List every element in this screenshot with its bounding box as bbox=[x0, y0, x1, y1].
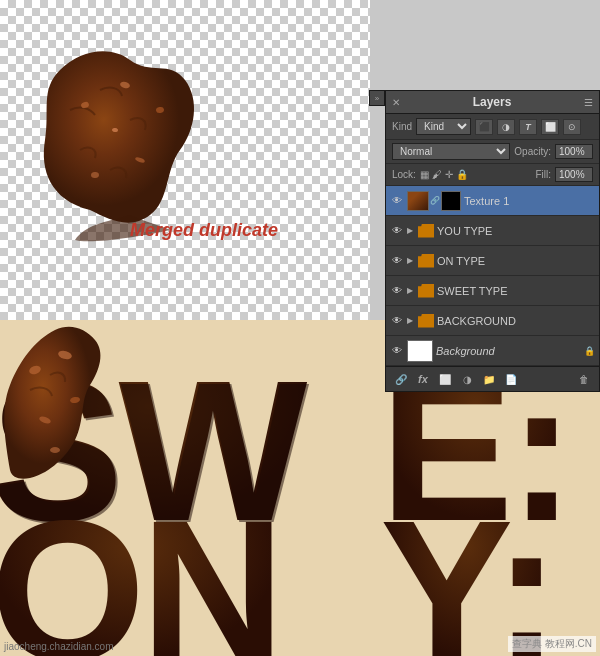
folder-arrow-sweet-type[interactable]: ▶ bbox=[407, 286, 413, 295]
layer-row-background[interactable]: 👁 Background 🔒 bbox=[386, 336, 599, 366]
eye-icon-texture1[interactable]: 👁 bbox=[390, 194, 404, 208]
folder-arrow-on-type[interactable]: ▶ bbox=[407, 256, 413, 265]
lock-label: Lock: bbox=[392, 169, 416, 180]
layer-name-background: Background bbox=[436, 345, 581, 357]
panel-collapse-area: » bbox=[369, 90, 385, 106]
opacity-input[interactable] bbox=[555, 144, 593, 159]
close-panel-icon[interactable]: ✕ bbox=[392, 97, 400, 108]
lock-all-icon[interactable]: 🔒 bbox=[456, 169, 468, 180]
layer-name-background-group: BACKGROUND bbox=[437, 315, 595, 327]
bottom-label: jiaocheng.chazidian.com bbox=[4, 641, 114, 652]
folder-arrow-background[interactable]: ▶ bbox=[407, 316, 413, 325]
panel-collapse-icon[interactable]: » bbox=[372, 93, 382, 103]
folder-icon-you-type bbox=[418, 224, 434, 238]
fill-input[interactable] bbox=[555, 167, 593, 182]
adjustment-filter-icon[interactable]: ◑ bbox=[497, 119, 515, 135]
eye-icon-sweet-type[interactable]: 👁 bbox=[390, 284, 404, 298]
shape-filter-icon[interactable]: ⬜ bbox=[541, 119, 559, 135]
panel-header-left-icons: ✕ bbox=[392, 97, 400, 108]
eye-icon-background-group[interactable]: 👁 bbox=[390, 314, 404, 328]
background-thumb bbox=[407, 340, 433, 362]
new-layer-footer-icon[interactable]: 📄 bbox=[502, 371, 520, 387]
fill-label: Fill: bbox=[535, 169, 551, 180]
lock-move-icon[interactable]: ✛ bbox=[445, 169, 453, 180]
eye-icon-on-type[interactable]: 👁 bbox=[390, 254, 404, 268]
lock-icons: ▦ 🖌 ✛ 🔒 bbox=[420, 169, 468, 180]
layer-row-you-type[interactable]: 👁 ▶ YOU TYPE bbox=[386, 216, 599, 246]
text-filter-icon[interactable]: T bbox=[519, 119, 537, 135]
panel-menu-icon[interactable]: ☰ bbox=[584, 97, 593, 108]
layer-name-you-type: YOU TYPE bbox=[437, 225, 595, 237]
layer-row-background-group[interactable]: 👁 ▶ BACKGROUND bbox=[386, 306, 599, 336]
lock-paint-icon[interactable]: 🖌 bbox=[432, 169, 442, 180]
panel-header: ✕ Layers ☰ bbox=[386, 91, 599, 114]
canvas-area: Merged duplicate SW SW ON bbox=[0, 0, 600, 656]
panel-header-right-icons: ☰ bbox=[584, 97, 593, 108]
layers-panel: ✕ Layers ☰ Kind Kind ⬛ ◑ T ⬜ ⊙ Norma bbox=[385, 90, 600, 392]
fx-footer-icon[interactable]: fx bbox=[414, 371, 432, 387]
panel-title: Layers bbox=[473, 95, 512, 109]
mask-footer-icon[interactable]: ⬜ bbox=[436, 371, 454, 387]
merged-duplicate-label: Merged duplicate bbox=[130, 220, 278, 241]
kind-select[interactable]: Kind bbox=[416, 118, 471, 135]
link-footer-icon[interactable]: 🔗 bbox=[392, 371, 410, 387]
folder-footer-icon[interactable]: 📁 bbox=[480, 371, 498, 387]
pixel-filter-icon[interactable]: ⬛ bbox=[475, 119, 493, 135]
folder-icon-background bbox=[418, 314, 434, 328]
svg-point-15 bbox=[50, 447, 60, 453]
lock-transparency-icon[interactable]: ▦ bbox=[420, 169, 429, 180]
watermark: 查字典 教程网.CN bbox=[508, 636, 596, 652]
blend-row: Normal Multiply Screen Opacity: bbox=[386, 140, 599, 164]
eye-icon-background[interactable]: 👁 bbox=[390, 344, 404, 358]
smart-filter-icon[interactable]: ⊙ bbox=[563, 119, 581, 135]
panel-footer: 🔗 fx ⬜ ◑ 📁 📄 🗑 bbox=[386, 366, 599, 391]
chain-icon: 🔗 bbox=[430, 196, 440, 205]
canvas-top: Merged duplicate bbox=[0, 0, 370, 320]
adjustment-footer-icon[interactable]: ◑ bbox=[458, 371, 476, 387]
layer-row-on-type[interactable]: 👁 ▶ ON TYPE bbox=[386, 246, 599, 276]
layers-list: 👁 🔗 Texture 1 👁 ▶ YOU TYPE 👁 ▶ bbox=[386, 186, 599, 366]
kind-label: Kind bbox=[392, 121, 412, 132]
layer-row-texture1[interactable]: 👁 🔗 Texture 1 bbox=[386, 186, 599, 216]
layer-name-sweet-type: SWEET TYPE bbox=[437, 285, 595, 297]
layer-name-texture1: Texture 1 bbox=[464, 195, 595, 207]
lock-icon-background: 🔒 bbox=[584, 346, 595, 356]
layer-row-sweet-type[interactable]: 👁 ▶ SWEET TYPE bbox=[386, 276, 599, 306]
svg-text:Y:: Y: bbox=[380, 479, 555, 656]
texture1-thumb: 🔗 bbox=[407, 191, 461, 211]
folder-icon-on-type bbox=[418, 254, 434, 268]
eye-icon-you-type[interactable]: 👁 bbox=[390, 224, 404, 238]
folder-icon-sweet-type bbox=[418, 284, 434, 298]
choc-texture-piece bbox=[0, 320, 120, 484]
opacity-label: Opacity: bbox=[514, 146, 551, 157]
blend-mode-select[interactable]: Normal Multiply Screen bbox=[392, 143, 510, 160]
layer-name-on-type: ON TYPE bbox=[437, 255, 595, 267]
folder-arrow-you-type[interactable]: ▶ bbox=[407, 226, 413, 235]
kind-row: Kind Kind ⬛ ◑ T ⬜ ⊙ bbox=[386, 114, 599, 140]
trash-footer-icon[interactable]: 🗑 bbox=[575, 371, 593, 387]
kind-filter-icons: ⬛ ◑ T ⬜ ⊙ bbox=[475, 119, 581, 135]
lock-row: Lock: ▦ 🖌 ✛ 🔒 Fill: bbox=[386, 164, 599, 186]
